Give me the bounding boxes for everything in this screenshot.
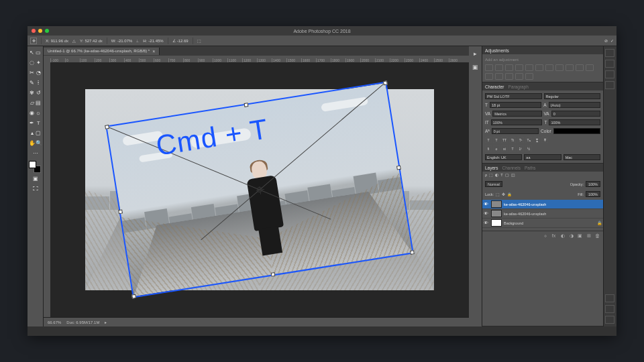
adj-threshold-icon[interactable] [505,73,513,80]
horizontal-scale-field[interactable]: 100% [549,119,600,125]
quickmask-toggle[interactable]: ▣ [29,174,42,183]
interpolation-icon[interactable]: ⬚ [197,38,201,43]
font-size-field[interactable]: 18 pt [490,102,541,108]
ruler-vertical[interactable] [44,62,50,317]
smallcaps-button[interactable]: Tt [509,137,516,143]
stylistic-button[interactable]: st [501,145,508,152]
dodge-tool[interactable]: ☼ [36,108,42,117]
crop-tool[interactable]: ✂ [29,68,36,77]
brush-tool[interactable]: ⵂ [36,78,42,87]
dock-info-icon[interactable] [605,70,614,78]
delete-layer-icon[interactable]: 🗑 [594,233,600,239]
titling-button[interactable]: T [509,145,516,152]
adj-bw-icon[interactable] [555,64,564,71]
dock-libraries-icon[interactable]: ▣ [470,62,480,72]
aa-field[interactable]: aa [524,154,561,160]
close-tab-icon[interactable]: × [152,49,155,54]
lock-all-icon[interactable]: 🔒 [507,192,512,196]
adj-posterize-icon[interactable] [495,73,503,80]
dock-history-icon[interactable] [605,49,614,57]
new-layer-icon[interactable]: ⊞ [586,233,592,239]
visibility-toggle-icon[interactable]: 👁 [484,202,489,206]
language-field[interactable]: English: UK [485,154,522,160]
italic-button[interactable]: T [493,137,500,143]
adj-invert-icon[interactable] [485,73,493,80]
quick-select-tool[interactable]: ✦ [36,58,42,67]
opt-h-value[interactable]: -21.45% [148,39,163,43]
kerning-field[interactable]: 0 [551,111,600,117]
history-brush-tool[interactable]: ↺ [36,88,42,97]
paths-tab[interactable]: Paths [525,166,536,170]
shape-tool[interactable]: ▢ [36,128,42,137]
healing-tool[interactable]: ✎ [29,78,36,87]
text-color-swatch[interactable] [553,128,600,134]
dock-brushes-icon[interactable] [605,316,614,324]
oldstyle-button[interactable]: o [493,145,500,152]
transform-handle-br[interactable] [410,250,415,255]
status-chevron-icon[interactable]: ▸ [105,320,107,324]
new-group-icon[interactable]: ▣ [577,233,583,239]
window-maximize-button[interactable] [45,29,49,33]
ruler-horizontal[interactable]: -100010020030040050060070080090010001100… [44,56,469,62]
eraser-tool[interactable]: ▱ [29,98,36,107]
ligatures-button[interactable]: fi [485,145,492,152]
zoom-tool[interactable]: 🔍 [36,138,42,147]
blur-tool[interactable]: ◉ [29,108,36,117]
font-family-field[interactable]: PM Std LOTF [485,93,542,99]
opacity-field[interactable]: 100% [586,181,600,187]
layer-style-icon[interactable]: fx [551,233,557,239]
visibility-toggle-icon[interactable]: 👁 [484,211,489,216]
allcaps-button[interactable]: TT [501,137,508,143]
baseline-field[interactable]: 0 pt [492,128,539,134]
adj-colorlookup-icon[interactable] [586,64,594,71]
layers-tab[interactable]: Layers [485,166,498,170]
adjustments-tab[interactable]: Adjustments [485,48,509,53]
layer-name[interactable]: ke-atlas-462046-unsplash [504,212,546,216]
adj-levels-icon[interactable] [495,64,503,71]
fill-field[interactable]: 100% [586,191,600,197]
foreground-color[interactable] [29,161,36,168]
filter-shape-icon[interactable]: ▢ [505,173,509,177]
layer-filter-icon[interactable]: ρ [485,173,487,177]
opt-y-value[interactable]: 527.42 dx [85,39,102,43]
transform-handle-tr[interactable] [383,80,388,85]
subscript-button[interactable]: T₁ [525,137,532,143]
adj-curves-icon[interactable] [505,64,513,71]
opt-angle-value[interactable]: -12.69 [177,39,189,43]
color-swatches[interactable] [29,161,41,173]
transform-handle-bc[interactable] [271,272,276,277]
bold-button[interactable]: T [485,137,492,143]
screenmode-toggle[interactable]: ⛶ [29,184,42,193]
adj-hue-icon[interactable] [535,64,543,71]
adj-colorbalance-icon[interactable] [545,64,553,71]
adj-exposure-icon[interactable] [515,64,523,71]
dock-styles-icon[interactable] [605,305,614,313]
layer-thumbnail[interactable] [491,219,502,227]
layer-name[interactable]: Background [504,221,523,225]
adj-gradientmap-icon[interactable] [515,73,523,80]
dock-properties-icon[interactable] [605,60,614,68]
viewport[interactable]: Cmd + T [50,62,469,317]
lock-pixels-icon[interactable]: ⬚ [496,192,500,196]
font-weight-field[interactable]: Regular [544,93,601,99]
leading-field[interactable]: (Auto) [549,102,600,108]
pen-tool[interactable]: ✒ [29,118,36,127]
layer-name[interactable]: ke-atlas-462046-unsplash [504,202,546,206]
new-fill-layer-icon[interactable]: ◑ [568,233,574,239]
adj-photofilter-icon[interactable] [566,64,574,71]
blend-mode-select[interactable]: Normal [485,181,502,187]
edit-toolbar[interactable]: ⋯ [29,148,42,158]
cancel-transform-icon[interactable]: ⊘ [604,38,608,43]
gradient-tool[interactable]: ▤ [36,98,42,107]
layer-thumbnail[interactable] [491,210,502,217]
stamp-tool[interactable]: ✾ [29,88,36,97]
layer-thumbnail[interactable] [491,200,502,208]
visibility-toggle-icon[interactable]: 👁 [484,221,489,225]
filter-smart-icon[interactable]: ◫ [511,173,515,177]
transform-handle-tc[interactable] [244,103,249,107]
window-minimize-button[interactable] [38,29,42,33]
eyedropper-tool[interactable]: ◔ [36,68,42,77]
superscript-button[interactable]: T¹ [517,137,524,143]
underline-button[interactable]: T̲ [533,137,540,143]
layer-item[interactable]: 👁 Background 🔒 [482,219,603,228]
